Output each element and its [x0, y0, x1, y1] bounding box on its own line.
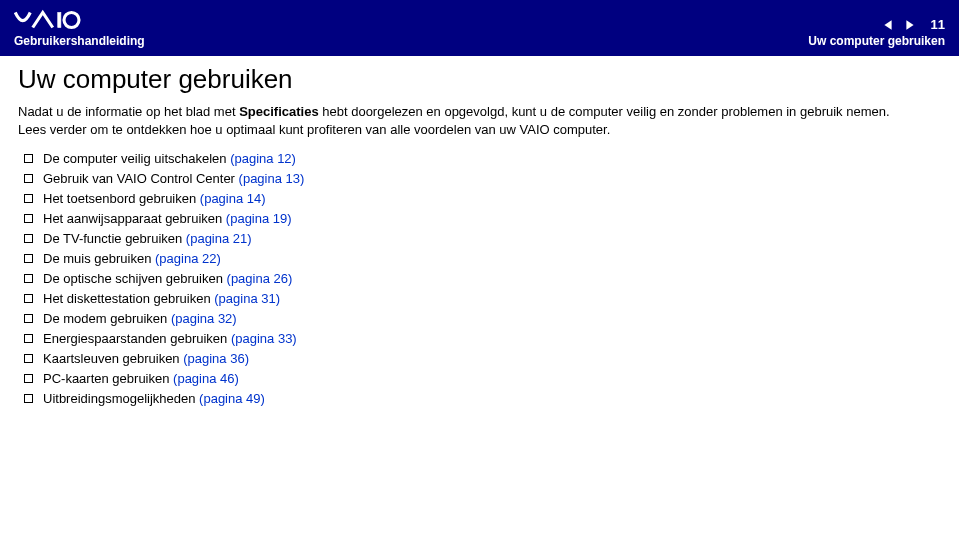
toc-link[interactable]: (pagina 26) [227, 271, 293, 286]
prev-page-icon[interactable] [881, 18, 895, 32]
bullet-icon [24, 394, 33, 403]
bullet-icon [24, 354, 33, 363]
list-item: PC-kaarten gebruiken (pagina 46) [24, 372, 941, 385]
next-page-icon[interactable] [903, 18, 917, 32]
toc-link[interactable]: (pagina 36) [183, 351, 249, 366]
bullet-icon [24, 234, 33, 243]
toc-text: De optische schijven gebruiken [43, 271, 227, 286]
toc-text: Het aanwijsapparaat gebruiken [43, 211, 226, 226]
toc-text: Het toetsenbord gebruiken [43, 191, 200, 206]
bullet-icon [24, 174, 33, 183]
list-item: De TV-functie gebruiken (pagina 21) [24, 232, 941, 245]
toc-text: Uitbreidingsmogelijkheden [43, 391, 199, 406]
bullet-icon [24, 374, 33, 383]
svg-marker-2 [884, 20, 891, 30]
bullet-icon [24, 274, 33, 283]
toc-text: De TV-functie gebruiken [43, 231, 186, 246]
nav-row: 11 [881, 17, 945, 32]
toc-text: PC-kaarten gebruiken [43, 371, 173, 386]
list-item: Het aanwijsapparaat gebruiken (pagina 19… [24, 212, 941, 225]
guide-label: Gebruikershandleiding [14, 34, 145, 48]
bullet-icon [24, 194, 33, 203]
toc-text: De muis gebruiken [43, 251, 155, 266]
toc-link[interactable]: (pagina 22) [155, 251, 221, 266]
header-bar: Gebruikershandleiding 11 Uw computer geb… [0, 0, 959, 56]
list-item: De computer veilig uitschakelen (pagina … [24, 152, 941, 165]
bullet-icon [24, 314, 33, 323]
toc-text: Energiespaarstanden gebruiken [43, 331, 231, 346]
bullet-icon [24, 254, 33, 263]
list-item: De optische schijven gebruiken (pagina 2… [24, 272, 941, 285]
list-item: Kaartsleuven gebruiken (pagina 36) [24, 352, 941, 365]
svg-rect-0 [58, 13, 61, 28]
toc-link[interactable]: (pagina 33) [231, 331, 297, 346]
svg-point-1 [64, 13, 79, 28]
toc-link[interactable]: (pagina 14) [200, 191, 266, 206]
toc-link[interactable]: (pagina 49) [199, 391, 265, 406]
bullet-icon [24, 294, 33, 303]
intro-bold: Specificaties [239, 104, 319, 119]
bullet-icon [24, 214, 33, 223]
bullet-icon [24, 154, 33, 163]
section-label: Uw computer gebruiken [808, 34, 945, 48]
toc-text: De modem gebruiken [43, 311, 171, 326]
header-right: 11 Uw computer gebruiken [808, 17, 945, 48]
header-left: Gebruikershandleiding [14, 8, 145, 48]
list-item: Het diskettestation gebruiken (pagina 31… [24, 292, 941, 305]
toc-link[interactable]: (pagina 31) [214, 291, 280, 306]
list-item: Het toetsenbord gebruiken (pagina 14) [24, 192, 941, 205]
toc-list: De computer veilig uitschakelen (pagina … [18, 152, 941, 405]
toc-text: De computer veilig uitschakelen [43, 151, 230, 166]
toc-link[interactable]: (pagina 32) [171, 311, 237, 326]
list-item: Uitbreidingsmogelijkheden (pagina 49) [24, 392, 941, 405]
toc-text: Kaartsleuven gebruiken [43, 351, 183, 366]
toc-link[interactable]: (pagina 21) [186, 231, 252, 246]
toc-link[interactable]: (pagina 19) [226, 211, 292, 226]
vaio-logo [14, 8, 145, 32]
toc-text: Het diskettestation gebruiken [43, 291, 214, 306]
toc-link[interactable]: (pagina 12) [230, 151, 296, 166]
list-item: De modem gebruiken (pagina 32) [24, 312, 941, 325]
bullet-icon [24, 334, 33, 343]
intro-text-1: Nadat u de informatie op het blad met [18, 104, 239, 119]
toc-text: Gebruik van VAIO Control Center [43, 171, 239, 186]
svg-marker-3 [906, 20, 913, 30]
page-number: 11 [925, 17, 945, 32]
page-title: Uw computer gebruiken [18, 64, 941, 95]
intro-paragraph: Nadat u de informatie op het blad met Sp… [18, 103, 918, 138]
list-item: Gebruik van VAIO Control Center (pagina … [24, 172, 941, 185]
content-area: Uw computer gebruiken Nadat u de informa… [0, 56, 959, 422]
list-item: De muis gebruiken (pagina 22) [24, 252, 941, 265]
toc-link[interactable]: (pagina 46) [173, 371, 239, 386]
list-item: Energiespaarstanden gebruiken (pagina 33… [24, 332, 941, 345]
toc-link[interactable]: (pagina 13) [239, 171, 305, 186]
